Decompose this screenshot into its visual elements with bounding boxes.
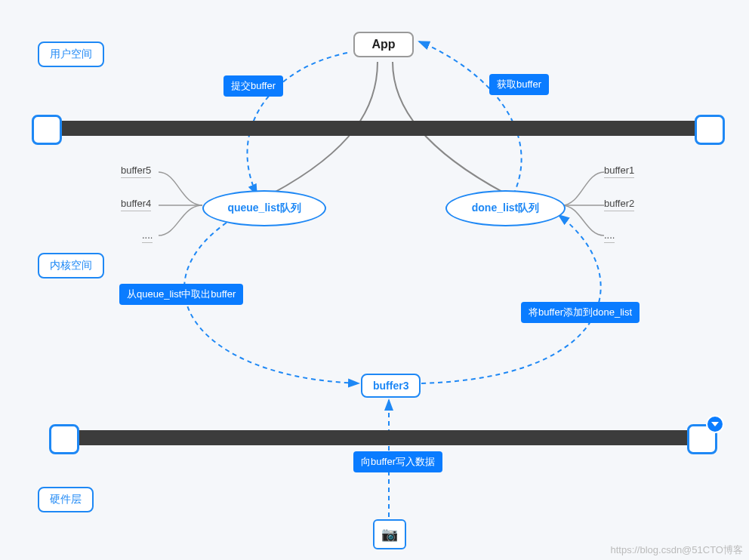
layer-hardware: 硬件层 <box>38 487 94 512</box>
dropdown-toggle-icon[interactable] <box>706 415 724 433</box>
node-done-list[interactable]: done_list队列 <box>445 190 566 226</box>
edge-label-fetch: 获取buffer <box>489 74 549 95</box>
node-queue-list[interactable]: queue_list队列 <box>202 190 326 226</box>
node-app[interactable]: App <box>353 32 414 57</box>
divider-kernel-hw <box>64 430 706 445</box>
camera-icon[interactable]: 📷 <box>373 519 406 549</box>
divider-handle-left-2[interactable] <box>49 424 79 454</box>
leaf-done-dots: .... <box>604 229 615 243</box>
divider-handle-left-1[interactable] <box>32 115 62 145</box>
divider-handle-right-1[interactable] <box>695 115 725 145</box>
node-buffer3[interactable]: buffer3 <box>361 374 421 398</box>
leaf-queue-dots: .... <box>142 229 153 243</box>
layer-user-space: 用户空间 <box>38 42 104 67</box>
layer-kernel-space: 内核空间 <box>38 253 104 278</box>
watermark-text: https://blog.csdn@51CTO博客 <box>610 543 743 557</box>
edge-label-take: 从queue_list中取出buffer <box>119 284 243 305</box>
leaf-buffer4: buffer4 <box>121 198 151 211</box>
leaf-buffer2: buffer2 <box>604 198 634 211</box>
edge-label-submit: 提交buffer <box>223 75 283 97</box>
edge-label-add: 将buffer添加到done_list <box>521 302 640 323</box>
connector-layer <box>0 0 749 560</box>
leaf-buffer5: buffer5 <box>121 165 151 178</box>
divider-user-kernel <box>49 121 706 136</box>
edge-label-write: 向buffer写入数据 <box>353 451 442 472</box>
leaf-buffer1: buffer1 <box>604 165 634 178</box>
